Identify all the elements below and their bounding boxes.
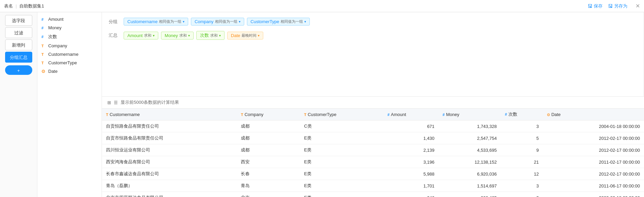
table-cell: 2003-03-18 00:00:00 — [543, 192, 644, 197]
field-customertype-label: CustomerType — [48, 60, 77, 65]
chevron-down-icon-2: ▾ — [239, 20, 240, 23]
col-cishu: #次数 — [501, 109, 543, 120]
table-cell: 四川恒业运业有限公司 — [102, 144, 237, 156]
t-icon-3: T — [41, 61, 46, 65]
chevron-down-icon-1: ▾ — [183, 20, 184, 23]
summary-date-tag[interactable]: Date 最晚时间 ▾ — [227, 32, 263, 39]
field-cishu[interactable]: # 次数 — [37, 32, 102, 42]
table-cell: 北京市四平顺达食品有限公司 — [102, 192, 237, 197]
group-company-sub: 相同值为一组 — [215, 19, 237, 24]
field-customername-label: Customername — [48, 52, 78, 57]
group-summary-button[interactable]: 分组汇总 — [5, 52, 32, 63]
table-cell: 671 — [383, 120, 439, 132]
field-money[interactable]: # Money — [37, 23, 102, 32]
table-row: 自贡市恒路食品有限责任公司成都E类1,4302,547,75452012-02-… — [102, 132, 644, 144]
date-col-icon: ⊙ — [547, 113, 550, 117]
config-panel: 分组 Customername 相同值为一组 ▾ Company 相同值为一组 … — [102, 12, 644, 96]
field-amount[interactable]: # Amount — [37, 15, 102, 23]
table-cell: 青岛（磊鹏） — [102, 180, 237, 192]
table-row: 四川恒业运业有限公司成都E类2,1394,533,69592012-02-17 … — [102, 144, 644, 156]
col-customername: TCustomername — [102, 109, 237, 120]
table-cell: 2011-02-17 00:00:00 — [543, 156, 644, 168]
save-as-button[interactable]: 🖫 另存为 — [608, 3, 627, 9]
table-cell: 3 — [501, 180, 543, 192]
summary-row: 汇总 Amount 求和 ▾ Money 求和 ▾ 次数 求和 ▾ Dat — [109, 31, 637, 40]
table-cell: 12 — [501, 168, 543, 180]
summary-money-sub: 求和 — [179, 33, 187, 38]
summary-amount-tag[interactable]: Amount 求和 ▾ — [124, 32, 158, 39]
summary-date-text: Date — [231, 33, 240, 38]
table-cell: 2012-02-17 00:00:00 — [543, 168, 644, 180]
data-table: TCustomername TCompany TCustomerType #Am… — [102, 109, 644, 197]
table-cell: E类 — [300, 132, 383, 144]
field-date-label: Date — [48, 69, 57, 74]
save-button[interactable]: 🖫 保存 — [588, 3, 603, 9]
table-cell: 3 — [501, 120, 543, 132]
hash-icon-3: # — [41, 35, 46, 39]
summary-cishu-sub: 求和 — [210, 33, 218, 38]
group-customername-sub: 相同值为一组 — [159, 19, 181, 24]
add-button[interactable]: + — [5, 65, 32, 75]
field-customertype[interactable]: T CustomerType — [37, 59, 102, 67]
table-row: 北京市四平顺达食品有限公司北京E类946966,46522003-03-18 0… — [102, 192, 644, 197]
select-fields-label: 选字段 — [12, 18, 25, 23]
select-fields-button[interactable]: 选字段 — [5, 15, 32, 26]
dataset-label: 自助数据集1 — [19, 3, 44, 9]
table-header-bar: ⊞ ☰ 显示前5000条数据的计算结果 — [102, 97, 644, 109]
field-money-label: Money — [48, 25, 61, 30]
grid-view-icon[interactable]: ⊞ — [107, 100, 111, 105]
summary-label: 汇总 — [109, 32, 121, 38]
table-cell: 5,988 — [383, 168, 439, 180]
filter-button[interactable]: 过滤 — [5, 27, 32, 38]
table-scroll[interactable]: TCustomername TCompany TCustomerType #Am… — [102, 109, 644, 197]
table-row: 青岛（磊鹏）青岛E类1,7011,514,69732011-06-17 00:0… — [102, 180, 644, 192]
table-cell: E类 — [300, 180, 383, 192]
field-customername[interactable]: T Customername — [37, 50, 102, 59]
chevron-down-icon-7: ▾ — [258, 34, 260, 37]
field-cishu-label: 次数 — [48, 34, 57, 40]
table-cell: 1,514,697 — [439, 180, 501, 192]
new-col-button[interactable]: 新增列 — [5, 39, 32, 50]
summary-amount-text: Amount — [127, 33, 143, 38]
sep: | — [16, 3, 17, 9]
table-cell: 1,430 — [383, 132, 439, 144]
table-cell: 青岛 — [237, 180, 300, 192]
table-cell: 北京 — [237, 192, 300, 197]
table-cell: 2012-02-17 00:00:00 — [543, 132, 644, 144]
group-summary-label: 分组汇总 — [10, 55, 28, 60]
right-side: 分组 Customername 相同值为一组 ▾ Company 相同值为一组 … — [102, 12, 644, 197]
table-cell: 长春市鑫诚达食品有限公司 — [102, 168, 237, 180]
group-row: 分组 Customername 相同值为一组 ▾ Company 相同值为一组 … — [109, 18, 637, 26]
table-label: 表名 — [4, 3, 13, 9]
new-col-label: 新增列 — [12, 43, 25, 48]
field-date[interactable]: ⊙ Date — [37, 67, 102, 76]
chevron-down-icon-4: ▾ — [153, 34, 155, 37]
summary-cishu-tag[interactable]: 次数 求和 ▾ — [196, 31, 225, 40]
close-button[interactable]: ✕ — [636, 3, 640, 9]
table-cell: 966,465 — [439, 192, 501, 197]
sidebar: 选字段 过滤 新增列 分组汇总 + — [0, 12, 37, 197]
table-cell: E类 — [300, 156, 383, 168]
summary-money-text: Money — [165, 33, 178, 38]
summary-money-tag[interactable]: Money 求和 ▾ — [161, 32, 194, 39]
table-cell: 长春 — [237, 168, 300, 180]
save-icon: 🖫 — [588, 3, 592, 9]
group-customername-tag[interactable]: Customername 相同值为一组 ▾ — [124, 18, 188, 26]
table-cell: 946 — [383, 192, 439, 197]
group-customertype-tag[interactable]: CustomerType 相同值为一组 ▾ — [247, 18, 310, 26]
table-cell: 1,743,328 — [439, 120, 501, 132]
col-date: ⊙Date — [543, 109, 644, 120]
table-cell: 9 — [501, 144, 543, 156]
t-col-icon-3: T — [304, 113, 306, 117]
group-company-tag[interactable]: Company 相同值为一组 ▾ — [191, 18, 244, 26]
table-cell: 6,920,036 — [439, 168, 501, 180]
add-icon: + — [17, 68, 20, 73]
t-icon-1: T — [41, 44, 46, 48]
summary-amount-sub: 求和 — [144, 33, 151, 38]
table-info: 显示前5000条数据的计算结果 — [121, 99, 179, 105]
chevron-down-icon-5: ▾ — [188, 34, 190, 37]
table-cell: 4,533,695 — [439, 144, 501, 156]
field-company[interactable]: T Company — [37, 42, 102, 50]
table-cell: 1,701 — [383, 180, 439, 192]
list-view-icon[interactable]: ☰ — [114, 100, 118, 105]
